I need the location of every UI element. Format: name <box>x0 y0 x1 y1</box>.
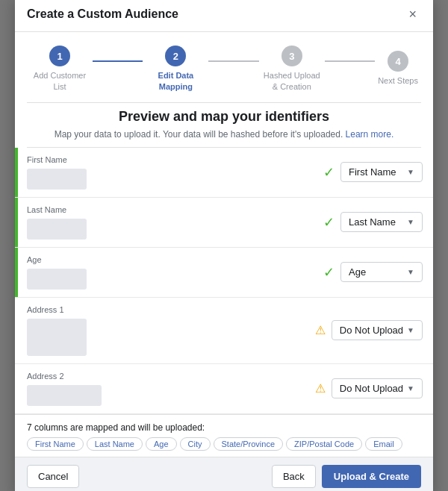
table-row: Address 1 ⚠ Do Not Upload ▼ <box>15 298 433 364</box>
table-row: Last Name ✓ Last Name ▼ <box>15 198 433 248</box>
step-1-label: Add Customer List <box>30 70 90 92</box>
mapping-right-age: ✓ Age ▼ <box>323 248 433 297</box>
list-item: Last Name <box>87 437 143 451</box>
list-item: State/Province <box>214 437 284 451</box>
field-label-last-name: Last Name <box>27 205 314 214</box>
learn-more-link[interactable]: Learn more. <box>346 129 394 140</box>
mapping-dropdown-age[interactable]: Age ▼ <box>340 262 423 282</box>
table-row: Age ✓ Age ▼ <box>15 248 433 298</box>
step-line-1 <box>93 60 143 62</box>
mapping-dropdown-address2[interactable]: Do Not Upload ▼ <box>332 378 423 398</box>
columns-info: 7 columns are mapped and will be uploade… <box>15 414 433 457</box>
warning-icon-address1: ⚠ <box>315 323 326 337</box>
mapping-content-age: Age <box>18 248 323 297</box>
mapping-list: First Name ✓ First Name ▼ Last Name <box>15 148 433 414</box>
chevron-down-icon: ▼ <box>407 326 414 334</box>
step-4-circle: 4 <box>388 51 408 72</box>
mapping-content-last-name: Last Name <box>18 198 323 247</box>
back-button[interactable]: Back <box>272 465 316 488</box>
data-preview-first-name <box>27 169 87 190</box>
mapping-right-first-name: ✓ First Name ▼ <box>323 148 433 197</box>
section-subtitle: Map your data to upload it. Your data wi… <box>15 126 433 147</box>
step-2-circle: 2 <box>165 46 186 66</box>
step-3-label: Hashed Upload & Creation <box>262 70 322 92</box>
chevron-down-icon: ▼ <box>407 168 414 176</box>
step-line-2 <box>208 60 258 62</box>
table-row: First Name ✓ First Name ▼ <box>15 148 433 198</box>
list-item: City <box>180 437 211 451</box>
upload-create-button[interactable]: Upload & Create <box>322 465 421 488</box>
step-3-circle: 3 <box>281 46 302 66</box>
data-preview-age <box>27 269 87 290</box>
modal-title: Create a Custom Audience <box>27 7 178 21</box>
mapping-right-last-name: ✓ Last Name ▼ <box>323 198 433 247</box>
section-title-area: Preview and map your identifiers <box>15 103 433 126</box>
check-icon-last-name: ✓ <box>323 214 335 231</box>
data-preview-last-name <box>27 219 87 240</box>
section-title: Preview and map your identifiers <box>30 109 418 125</box>
mapping-content-address2: Address 2 <box>18 364 315 413</box>
step-1-circle: 1 <box>49 46 70 66</box>
step-1: 1 Add Customer List <box>30 46 90 92</box>
mapping-dropdown-first-name[interactable]: First Name ▼ <box>340 162 423 182</box>
mapping-right-address1: ⚠ Do Not Upload ▼ <box>315 298 433 363</box>
field-label-first-name: First Name <box>27 155 314 164</box>
list-item: Age <box>146 437 177 451</box>
step-2: 2 Edit Data Mapping <box>146 46 205 92</box>
step-4-label: Next Steps <box>378 75 418 86</box>
mapping-content-address1: Address 1 <box>18 298 315 363</box>
mapping-right-address2: ⚠ Do Not Upload ▼ <box>315 364 433 413</box>
list-item: Email <box>365 437 402 451</box>
step-2-label: Edit Data Mapping <box>146 70 205 92</box>
columns-info-text: 7 columns are mapped and will be uploade… <box>27 422 421 433</box>
list-item: ZIP/Postal Code <box>286 437 362 451</box>
modal-footer: Cancel Back Upload & Create <box>15 457 433 491</box>
step-3: 3 Hashed Upload & Creation <box>262 46 322 92</box>
close-button[interactable]: × <box>404 6 421 22</box>
mapping-dropdown-address1[interactable]: Do Not Upload ▼ <box>332 320 423 340</box>
data-preview-address2 <box>27 385 102 406</box>
table-row: Address 2 ⚠ Do Not Upload ▼ <box>15 364 433 414</box>
chevron-down-icon: ▼ <box>407 268 414 276</box>
step-line-3 <box>325 60 375 62</box>
mapping-dropdown-last-name[interactable]: Last Name ▼ <box>340 212 423 232</box>
chevron-down-icon: ▼ <box>407 218 414 226</box>
columns-tags: First NameLast NameAgeCityState/Province… <box>27 437 421 451</box>
step-4: 4 Next Steps <box>378 51 418 86</box>
warning-icon-address2: ⚠ <box>315 381 326 395</box>
mapping-content-first-name: First Name <box>18 148 323 197</box>
stepper: 1 Add Customer List 2 Edit Data Mapping … <box>15 32 433 102</box>
field-label-age: Age <box>27 255 314 264</box>
cancel-button[interactable]: Cancel <box>27 465 79 488</box>
field-label-address2: Address 2 <box>27 372 306 381</box>
list-item: First Name <box>27 437 84 451</box>
field-label-address1: Address 1 <box>27 305 306 314</box>
data-preview-address1 <box>27 319 87 356</box>
footer-right: Back Upload & Create <box>272 465 421 488</box>
chevron-down-icon: ▼ <box>407 384 414 393</box>
check-icon-first-name: ✓ <box>323 164 335 181</box>
check-icon-age: ✓ <box>323 264 335 281</box>
